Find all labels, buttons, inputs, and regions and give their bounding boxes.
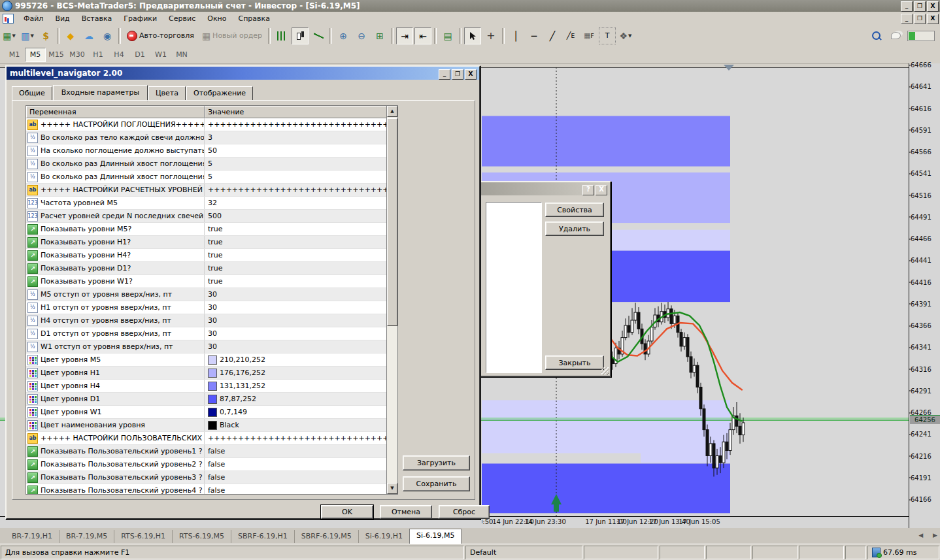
fibo-button[interactable]: ▦F [580,27,597,44]
parameter-value[interactable]: 210,210,252 [205,354,397,366]
crosshair-button[interactable]: + [482,27,499,44]
status-ping[interactable]: 67.69 ms [867,546,939,559]
auto-scroll-button[interactable]: ⇥ [396,27,413,44]
parameter-row[interactable]: ½Во сколько раз Длинный хвост поглощения… [26,171,397,184]
timeframe-m1[interactable]: M1 [4,48,25,62]
parameter-value[interactable]: 3 [205,131,397,144]
search-button[interactable] [869,27,886,44]
timeframe-mn[interactable]: MN [171,48,192,62]
parameter-value[interactable]: 176,176,252 [205,367,397,379]
zoom-out-button[interactable]: ⊖ [353,27,370,44]
ok-button[interactable]: OK [321,505,373,519]
scrollbar-thumb[interactable] [387,118,397,326]
delete-button[interactable]: Удалить [545,222,604,236]
close-list-button[interactable]: Закрыть [545,355,604,370]
parameter-row[interactable]: Цвет уровня M5210,210,252 [26,354,397,367]
chart-tab-SBRF-6.19,H1[interactable]: SBRF-6.19,H1 [231,530,294,543]
menu-справка[interactable]: Справка [232,13,275,24]
dialog-tab[interactable]: Цвета [148,86,186,101]
parameter-value[interactable]: 30 [205,288,397,301]
chart-tab-BR-7.19,M5[interactable]: BR-7.19,M5 [59,530,114,543]
parameter-value[interactable]: true [205,275,397,288]
timeframe-h1[interactable]: H1 [88,48,109,62]
table-scrollbar[interactable]: ▲ ▼ [386,106,397,494]
parameter-value[interactable]: false [205,458,397,470]
parameter-value[interactable]: false [205,471,397,484]
tab-scroll-arrows[interactable]: ◀ ▶ [918,532,940,538]
help-button[interactable]: ? [582,185,594,195]
profiles-button[interactable]: ▥▼ [19,27,36,44]
parameter-value[interactable]: true [205,236,397,248]
equidistant-channel-button[interactable]: ╱E [562,27,579,44]
timeframe-h4[interactable]: H4 [109,48,129,62]
parameter-value[interactable]: 5 [205,157,397,170]
chart-tab-RTS-6.19,M5[interactable]: RTS-6.19,M5 [172,530,231,543]
child-close-button[interactable]: X [927,14,939,24]
price-axis[interactable]: 6466664641646166459164566645416451664491… [909,63,940,528]
vertical-line-button[interactable]: │ [507,27,524,44]
properties-button[interactable]: Свойства [545,203,604,217]
parameter-value[interactable]: ++++++++++++++++++++++++++++++ [205,432,397,444]
cancel-button[interactable]: Отмена [380,505,432,519]
chart-tab-RTS-6.19,H1[interactable]: RTS-6.19,H1 [114,530,172,543]
data-window-button[interactable]: ◆ [62,27,79,44]
parameter-row[interactable]: ab+++++ НАСТРОЙКИ ПОГЛОЩЕНИЯ++++++++++++… [26,118,397,131]
parameter-row[interactable]: ½Во сколько раз тело каждой свечи должно… [26,131,397,144]
parameter-value[interactable]: 30 [205,340,397,353]
parameter-row[interactable]: ↗Показывать Пользовательский уровень4 ?f… [26,484,397,495]
arrows-button[interactable]: ❖▼ [617,27,634,44]
scroll-down-icon[interactable]: ▼ [387,483,397,494]
dialog-minimize-button[interactable]: _ [439,69,450,80]
dialog-close-button[interactable]: X [465,69,477,80]
parameter-value[interactable]: 500 [205,210,397,222]
navigator-button[interactable]: ☁ [80,27,97,44]
parameter-row[interactable]: ↗Показывать уровни W1?true [26,275,397,288]
parameter-row[interactable]: ½H4 отступ от уровня вверх/низ, пт30 [26,314,397,327]
parameter-row[interactable]: ½H1 отступ от уровня вверх/низ, пт30 [26,301,397,314]
parameter-row[interactable]: ab+++++ НАСТРОЙКИ РАСЧЕТНЫХ УРОВНЕЙ ++..… [26,184,397,197]
timeframe-w1[interactable]: W1 [150,48,171,62]
menu-окно[interactable]: Окно [201,13,232,24]
child-minimize-button[interactable]: _ [901,14,913,24]
market-watch-button[interactable]: $ [37,27,54,44]
parameter-row[interactable]: ↗Показывать Пользовательский уровень3 ?f… [26,471,397,484]
horizontal-line-button[interactable]: ─ [526,27,543,44]
dialog-tab[interactable]: Отображение [186,86,253,101]
parameter-row[interactable]: Цвет уровня H4131,131,252 [26,380,397,393]
parameter-row[interactable]: 123Частота уровней M532 [26,197,397,210]
parameter-row[interactable]: ab+++++ НАСТРОЙКИ ПОЛЬЗОВАТЕЛЬСКИХ УРО..… [26,432,397,445]
zoom-in-button[interactable]: ⊕ [335,27,352,44]
text-button[interactable]: T [599,27,616,44]
candles-chart-button[interactable] [292,27,309,44]
parameter-row[interactable]: ½W1 отступ от уровня вверх/низ, пт30 [26,340,397,354]
chart-tab-BR-7.19,H1[interactable]: BR-7.19,H1 [5,530,59,543]
save-button[interactable]: Сохранить [403,476,470,491]
parameter-value[interactable]: true [205,223,397,235]
parameter-value[interactable]: 5 [205,171,397,183]
new-order-button[interactable]: ▦Новый ордер [199,27,265,44]
indicators-list-title-bar[interactable]: ? X [459,182,610,195]
bars-chart-button[interactable] [273,27,290,44]
timeframe-d1[interactable]: D1 [129,48,150,62]
column-header-value[interactable]: Значение [205,106,387,118]
scroll-up-icon[interactable]: ▲ [387,106,397,117]
dialog-tab[interactable]: Общие [12,86,52,101]
parameter-row[interactable]: ½D1 отступ от уровня вверх/низ, пт30 [26,327,397,340]
child-restore-button[interactable]: ❐ [914,14,926,24]
parameter-row[interactable]: ↗Показывать уровни D1?true [26,262,397,275]
load-button[interactable]: Загрузить [403,455,470,470]
tile-windows-button[interactable]: ⊞ [371,27,388,44]
parameter-value[interactable]: true [205,249,397,261]
reset-button[interactable]: Сброс [439,505,490,519]
parameter-row[interactable]: Цвет уровня H1176,176,252 [26,367,397,380]
parameter-value[interactable]: 87,87,252 [205,393,397,405]
parameter-value[interactable]: Black [205,419,397,431]
parameter-row[interactable]: ↗Показывать Пользовательский уровень2 ?f… [26,458,397,471]
indicators-window-button[interactable]: ▤ [439,27,456,44]
close-icon[interactable]: X [596,185,607,195]
timeframe-m30[interactable]: M30 [67,48,88,62]
parameter-value[interactable]: +++++++++++++++++++++++++++++++ [205,118,397,131]
dialog-maximize-button[interactable]: ❐ [452,69,463,80]
indicators-listbox[interactable] [486,202,542,373]
parameter-value[interactable]: 30 [205,314,397,327]
